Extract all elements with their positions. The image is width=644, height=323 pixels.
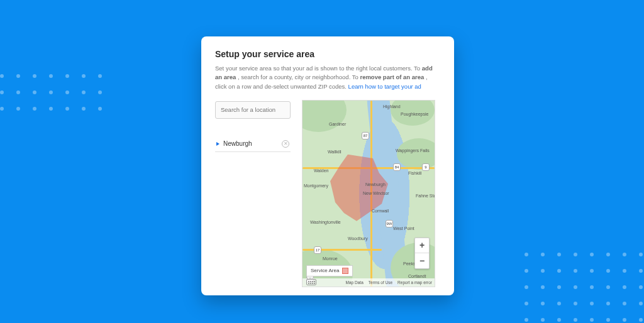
remove-location-button[interactable]: ✕	[282, 140, 289, 148]
zoom-in-button[interactable]: +	[415, 238, 429, 253]
decorative-dots-tl	[0, 74, 103, 112]
zoom-out-button[interactable]: −	[415, 253, 429, 268]
page-description: Set your service area so that your ad is…	[215, 64, 440, 91]
expand-icon	[216, 142, 219, 146]
decorative-dots-br	[525, 253, 644, 323]
page-title: Setup your service area	[215, 49, 440, 59]
keyboard-icon	[306, 279, 316, 285]
legend-swatch-icon	[342, 268, 348, 274]
location-panel: Newburgh ✕	[215, 100, 291, 287]
map-view[interactable]: Highland Poughkeepsie Gardiner Wallkill …	[302, 100, 435, 287]
location-name: Newburgh	[223, 140, 278, 147]
map-legend: Service Area	[306, 265, 353, 276]
zoom-controls: + −	[414, 238, 430, 269]
map-attribution: Map Data Terms of Use Report a map error	[303, 278, 435, 287]
search-input[interactable]	[215, 101, 291, 119]
learn-link[interactable]: Learn how to target your ad	[348, 83, 421, 90]
location-row[interactable]: Newburgh ✕	[215, 136, 291, 152]
service-area-card: Setup your service area Set your service…	[201, 36, 454, 295]
